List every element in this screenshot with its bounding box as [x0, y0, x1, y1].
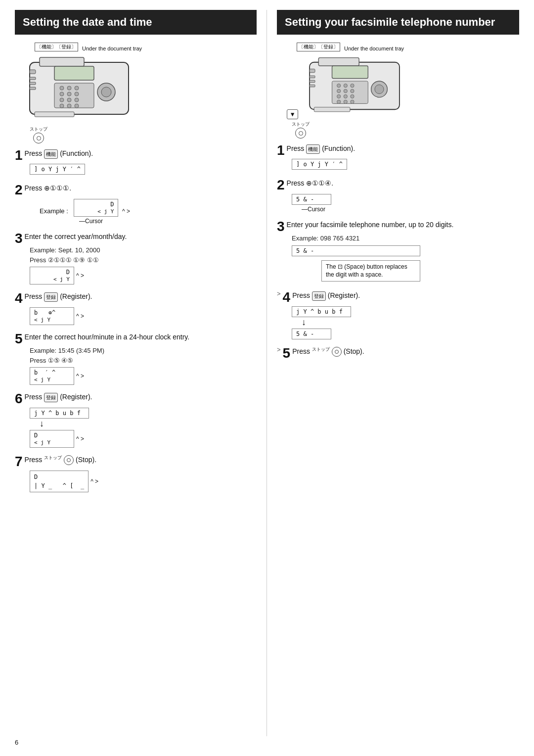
- right-step-5-arrow-prefix: >: [277, 346, 281, 353]
- left-stop-section: ストップ: [30, 126, 47, 143]
- left-step-2-row: 2 Press ⊕①①①.: [15, 183, 257, 197]
- svg-rect-21: [30, 87, 36, 90]
- right-step-3-sub1: Example: 098 765 4321: [292, 234, 519, 243]
- right-step-4-display-box1: j Y ^ b u b f: [292, 306, 351, 317]
- right-step-2-display-box: 5 & -: [292, 194, 331, 205]
- left-step-6-row: 6 Press 登録 (Register).: [15, 392, 257, 406]
- svg-point-29: [351, 84, 354, 87]
- page-container: Setting the date and time 〔機能〕〔登録〕 Under…: [0, 0, 534, 756]
- left-step-6-display2: D < j Y ^ >: [30, 430, 257, 448]
- svg-rect-42: [310, 76, 315, 78]
- left-step-3-display-box: D < j Y: [30, 267, 74, 284]
- right-title: Setting your facsimile telephone number: [277, 10, 519, 35]
- left-step-5-number: 5: [15, 332, 23, 346]
- svg-point-40: [375, 85, 384, 94]
- left-step-1-icon: 機能: [44, 149, 58, 159]
- right-kanji-label: 〔機能〕〔登録〕: [297, 43, 340, 51]
- left-step-4-row: 4 Press 登録 (Register).: [15, 291, 257, 305]
- svg-rect-24: [319, 58, 359, 66]
- left-step-7: 7 Press ストップ (Stop). D | Y _ ^ [ _ ^ >: [15, 455, 257, 492]
- left-fax-diagram: [25, 52, 134, 124]
- left-step-1-display: ] o Y j Y ′ ^: [30, 164, 257, 175]
- left-step-6-display1: j Y ^ b u b f: [30, 408, 257, 419]
- left-step-3-row: 3 Enter the correct year/month/day.: [15, 232, 257, 245]
- left-step-4-display: b ⊕^ < j Y ^ >: [30, 307, 257, 325]
- left-step-3-sub2: Press ②①①① ①⑨ ①①: [30, 255, 257, 265]
- svg-point-28: [344, 84, 347, 87]
- left-step-4-number: 4: [15, 291, 23, 305]
- svg-point-38: [351, 100, 354, 103]
- left-step-7-stop-label: ストップ: [44, 455, 62, 462]
- svg-point-17: [101, 87, 111, 97]
- right-step-4: > 4 Press 登録 (Register). j Y ^ b u b f ↓…: [277, 290, 519, 339]
- right-step-3-row: 3 Enter your facsimile telephone number,…: [277, 220, 519, 234]
- left-step-5-display: b ′ ^ < j Y ^ >: [30, 367, 257, 385]
- svg-point-27: [337, 84, 341, 87]
- left-step-7-display: D | Y _ ^ [ _ ^ >: [30, 471, 257, 492]
- svg-rect-44: [310, 85, 315, 87]
- left-step-5-display-box: b ′ ^ < j Y: [30, 367, 74, 385]
- svg-point-11: [67, 98, 71, 102]
- svg-point-31: [344, 89, 347, 93]
- left-step-4-display-box: b ⊕^ < j Y: [30, 307, 74, 325]
- right-fax-diagram: [305, 52, 404, 119]
- right-step-2-text: Press ⊕①①④.: [287, 178, 334, 189]
- left-step-2-display: D < j Y: [74, 199, 118, 217]
- right-step-5-row: > 5 Press ストップ (Stop).: [277, 346, 519, 360]
- right-step-2-cursor: —Cursor: [302, 206, 519, 213]
- right-step-4-display-box2: 5 & -: [292, 329, 331, 339]
- svg-rect-45: [314, 107, 350, 112]
- right-step-4-text: Press 登録 (Register).: [292, 290, 360, 301]
- svg-point-6: [75, 86, 79, 90]
- left-step-4-text: Press 登録 (Register).: [25, 291, 92, 302]
- right-step-1-number: 1: [277, 143, 285, 157]
- left-under-doc-label: Under the document tray: [82, 46, 142, 51]
- right-diagram-top-labels: 〔機能〕〔登録〕 Under the document tray: [297, 43, 404, 51]
- left-step-6-arrow: ↓: [40, 419, 257, 429]
- right-step-5-text: Press ストップ (Stop).: [292, 346, 364, 357]
- right-step-4-display2: 5 & -: [292, 329, 519, 339]
- left-stop-label: ストップ: [30, 126, 47, 133]
- right-step-5: > 5 Press ストップ (Stop).: [277, 346, 519, 360]
- left-step-2-text: Press ⊕①①①.: [25, 183, 72, 193]
- right-step-5-stop-label: ストップ: [312, 346, 330, 353]
- left-step-3: 3 Enter the correct year/month/day. Exam…: [15, 232, 257, 284]
- right-step-2-row: 2 Press ⊕①①④.: [277, 178, 519, 192]
- left-stop-button-icon: [33, 133, 44, 143]
- right-step-1-text: Press 機能 (Function).: [287, 143, 356, 154]
- svg-rect-18: [30, 70, 36, 74]
- left-step-7-display-box: D | Y _ ^ [ _: [30, 471, 89, 492]
- left-step-7-text: Press ストップ (Stop).: [25, 455, 96, 465]
- svg-point-9: [75, 92, 79, 96]
- left-diagram-top-labels: 〔機能〕〔登録〕 Under the document tray: [35, 43, 142, 51]
- left-step-1: 1 Press 機能 (Function). ] o Y j Y ′ ^: [15, 148, 257, 176]
- left-step-6-display-box2: D < j Y: [30, 430, 74, 448]
- svg-point-12: [75, 98, 79, 102]
- left-step-5-row: 5 Enter the correct hour/minute in a 24-…: [15, 332, 257, 346]
- left-kanji-label: 〔機能〕〔登録〕: [35, 43, 78, 51]
- left-step-5: 5 Enter the correct hour/minute in a 24-…: [15, 332, 257, 385]
- right-step-4-arrow-prefix: >: [277, 290, 281, 297]
- left-step-3-text: Enter the correct year/month/day.: [25, 232, 127, 242]
- svg-point-32: [351, 89, 354, 93]
- right-step-4-number: 4: [283, 290, 291, 304]
- right-under-doc-label: Under the document tray: [344, 46, 404, 51]
- left-step-1-number: 1: [15, 148, 23, 162]
- left-step-3-number: 3: [15, 232, 23, 245]
- svg-point-14: [67, 104, 71, 108]
- right-step-5-stop-icon: [332, 347, 342, 357]
- svg-point-5: [67, 86, 71, 90]
- svg-point-8: [67, 92, 71, 96]
- right-down-btn-section: ▼: [287, 109, 298, 119]
- left-step-6-text: Press 登録 (Register).: [25, 392, 92, 402]
- right-step-5-number: 5: [283, 346, 291, 360]
- right-step-3-number: 3: [277, 220, 285, 234]
- svg-point-7: [60, 92, 64, 96]
- right-step-3-displays: 5 & - The ⊡ (Space) button replaces the …: [292, 245, 420, 284]
- right-step-1-display: ] o Y j Y ′ ^: [292, 159, 519, 170]
- left-step-5-sub2: Press ①⑤ ④⑤: [30, 356, 257, 366]
- svg-rect-19: [30, 77, 36, 80]
- svg-rect-22: [35, 112, 74, 117]
- svg-rect-43: [310, 80, 315, 83]
- right-step-4-row: > 4 Press 登録 (Register).: [277, 290, 519, 304]
